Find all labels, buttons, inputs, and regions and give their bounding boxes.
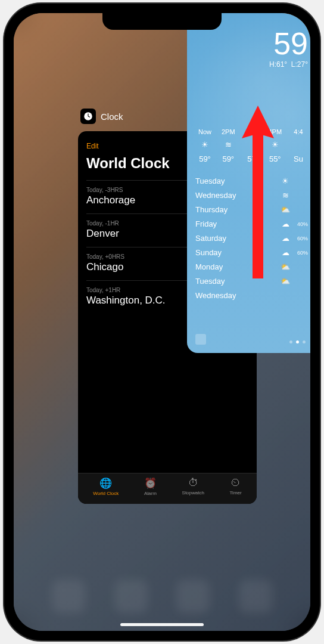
stopwatch-icon: ⏱ xyxy=(188,477,198,489)
dock-blur xyxy=(14,580,310,613)
clock-offset: Today, +0HRS xyxy=(86,253,124,260)
sun-icon: ☀ xyxy=(278,177,292,185)
clock-city: Washington, D.C. xyxy=(86,295,166,306)
phone-screen[interactable]: Clock Edit World Clock Today, -3HRS Anch… xyxy=(14,13,310,631)
daily-row: Sunday☁60% xyxy=(195,246,308,260)
tab-stopwatch[interactable]: ⏱ Stopwatch xyxy=(182,477,204,504)
page-dot xyxy=(303,340,306,343)
weather-current-temp: 59 xyxy=(195,30,308,58)
clock-offset: Today, -3HRS xyxy=(86,187,135,193)
daily-row: Tuesday☀ xyxy=(195,174,308,188)
hourly-col: 4PM ☀ 55° xyxy=(266,128,285,163)
daily-row: Wednesday≋ xyxy=(195,188,308,203)
notch xyxy=(102,13,222,30)
tab-label: Timer xyxy=(230,490,242,496)
clock-city: Denver xyxy=(86,228,119,240)
hourly-col: 2PM ≋ 59° xyxy=(219,128,238,163)
wind-icon: ≋ xyxy=(278,191,292,200)
cloud-icon: ☁ xyxy=(278,248,292,257)
weather-hourly[interactable]: Now ☀ 59° 2PM ≋ 59° 3P 57 4PM ☀ 55° xyxy=(195,128,308,163)
partly-cloudy-icon: ⛅ xyxy=(278,205,292,214)
clock-offset: Today, -1HR xyxy=(86,220,119,227)
clock-card-title: Clock xyxy=(101,112,123,122)
tab-label: Alarm xyxy=(144,491,157,496)
page-dot xyxy=(296,340,299,343)
globe-icon: 🌐 xyxy=(99,477,112,490)
daily-row: Wednesday xyxy=(195,289,308,303)
tab-world-clock[interactable]: 🌐 World Clock xyxy=(93,477,119,504)
daily-row: Tuesday⛅ xyxy=(195,274,308,289)
hourly-col: 4:4 Su xyxy=(289,128,308,163)
clock-tab-bar: 🌐 World Clock ⏰ Alarm ⏱ Stopwatch ⏲ Time… xyxy=(78,473,257,504)
tab-alarm[interactable]: ⏰ Alarm xyxy=(144,477,157,504)
weather-daily[interactable]: Tuesday☀ Wednesday≋ Thursday⛅ Friday☁40%… xyxy=(195,174,308,303)
weather-lo: L:27° xyxy=(291,60,308,69)
wind-icon: ≋ xyxy=(225,140,232,150)
partly-cloudy-icon: ⛅ xyxy=(278,262,292,271)
alarm-icon: ⏰ xyxy=(144,477,157,490)
cloud-icon: ☁ xyxy=(278,234,292,243)
hourly-col: 3P 57 xyxy=(242,128,261,163)
tab-label: World Clock xyxy=(93,491,119,496)
partly-cloudy-icon: ⛅ xyxy=(278,277,292,286)
daily-row: Friday☁40% xyxy=(195,217,308,231)
tab-label: Stopwatch xyxy=(182,490,204,496)
page-dot xyxy=(289,340,292,343)
page-indicator[interactable] xyxy=(289,340,306,343)
app-switcher-card-weather[interactable]: 59 H:61° L:27° Now ☀ 59° 2PM ≋ 59° 3P xyxy=(187,13,310,353)
clock-city: Chicago xyxy=(86,261,124,273)
weather-hi-lo: H:61° L:27° xyxy=(195,60,308,69)
sun-icon: ☀ xyxy=(272,140,279,150)
timer-icon: ⏲ xyxy=(230,477,241,489)
sun-icon: ☀ xyxy=(201,140,208,150)
clock-city: Anchorage xyxy=(86,194,135,206)
tab-timer[interactable]: ⏲ Timer xyxy=(230,477,242,504)
clock-app-icon xyxy=(80,109,96,124)
weather-channel-icon xyxy=(195,334,206,345)
daily-row: Saturday☁60% xyxy=(195,231,308,246)
daily-row: Monday⛅ xyxy=(195,260,308,274)
weather-hi: H:61° xyxy=(269,60,287,69)
home-indicator[interactable] xyxy=(120,623,204,626)
clock-offset: Today, +1HR xyxy=(86,287,166,293)
cloud-icon: ☁ xyxy=(278,219,292,228)
hourly-col: Now ☀ 59° xyxy=(195,128,214,163)
daily-row: Thursday⛅ xyxy=(195,203,308,217)
phone-frame: Clock Edit World Clock Today, -3HRS Anch… xyxy=(4,4,320,640)
